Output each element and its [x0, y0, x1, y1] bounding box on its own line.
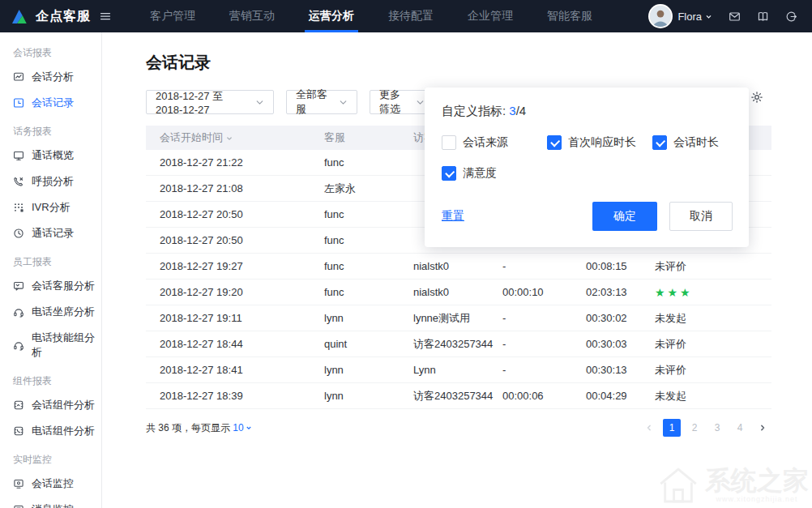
popup-title: 自定义指标: 3/4 — [442, 104, 733, 119]
sidebar-item-label: 会话组件分析 — [32, 398, 95, 412]
checkbox-row: 满意度 — [442, 166, 733, 181]
phone-seat-icon — [13, 306, 24, 318]
cell-visitor: 访客2403257344 — [413, 337, 502, 352]
nav-item-2[interactable]: 运营分析 — [292, 0, 371, 32]
sidebar-item[interactable]: 通话概览 — [0, 143, 101, 169]
page-size-select[interactable]: 10 — [233, 422, 251, 433]
prev-page-button[interactable] — [640, 419, 658, 437]
confirm-button[interactable]: 确定 — [592, 202, 657, 231]
cell-agent: func — [324, 260, 413, 272]
page-button-1[interactable]: 1 — [663, 419, 681, 437]
chat-agent-icon — [13, 280, 24, 292]
cell-duration: 02:03:13 — [586, 286, 655, 298]
cell-first_response: - — [502, 260, 586, 272]
sidebar-item-label: 消息监控 — [32, 502, 74, 508]
sidebar-item[interactable]: 电话组件分析 — [0, 418, 101, 444]
contacts-icon[interactable] — [757, 11, 769, 23]
person-icon — [650, 6, 671, 27]
brand-logo[interactable]: 企点客服 — [0, 8, 91, 25]
table-row: 2018-12-27 19:20funcnialstk000:00:1002:0… — [146, 280, 771, 305]
checkbox-label: 满意度 — [463, 166, 497, 181]
sidebar-item[interactable]: 会话记录 — [0, 90, 101, 116]
cancel-button[interactable]: 取消 — [669, 202, 733, 231]
page-button-3[interactable]: 3 — [708, 419, 726, 437]
sidebar-item[interactable]: 电话坐席分析 — [0, 299, 101, 325]
nav-item-label: 客户管理 — [150, 9, 195, 23]
page-button-2[interactable]: 2 — [686, 419, 703, 437]
chevron-down-icon — [254, 96, 266, 109]
chat-analysis-icon — [13, 71, 24, 83]
chat-monitor-icon — [13, 478, 24, 489]
nav-item-label: 企业管理 — [468, 9, 513, 23]
nav-item-1[interactable]: 营销互动 — [212, 0, 292, 32]
cell-agent: lynn — [324, 390, 413, 402]
date-range-value: 2018-12-27 至 2018-12-27 — [156, 89, 246, 116]
metric-checkbox[interactable]: 会话来源 — [442, 135, 547, 150]
pagination: 1234 — [640, 419, 771, 437]
nav-item-4[interactable]: 企业管理 — [451, 0, 530, 32]
contacts-icon — [757, 11, 769, 23]
qidian-logo-icon — [11, 8, 30, 25]
next-page-button[interactable] — [754, 419, 771, 437]
sidebar-item[interactable]: 消息监控 — [0, 497, 101, 508]
cell-time: 2018-12-27 20:50 — [146, 234, 324, 246]
column-header[interactable]: 会话开始时间 — [146, 130, 324, 145]
sidebar-item[interactable]: 会话客服分析 — [0, 273, 101, 299]
hamburger-icon[interactable] — [99, 10, 112, 23]
table-row: 2018-12-27 18:41lynnLynn-00:30:13未评价 — [146, 357, 771, 383]
sidebar-item[interactable]: 通话记录 — [0, 220, 101, 246]
cell-duration: 00:30:13 — [586, 364, 655, 376]
date-range-select[interactable]: 2018-12-27 至 2018-12-27 — [146, 90, 274, 114]
mail-icon — [729, 11, 741, 23]
chevron-down-icon — [705, 13, 712, 20]
cell-agent: func — [324, 156, 413, 169]
cell-agent: 左家永 — [324, 181, 413, 196]
nav-item-0[interactable]: 客户管理 — [133, 0, 212, 32]
sidebar-item[interactable]: 电话技能组分析 — [0, 325, 101, 365]
nav-item-5[interactable]: 智能客服 — [530, 0, 609, 32]
user-menu[interactable]: Flora — [677, 11, 712, 23]
nav-item-3[interactable]: 接待配置 — [371, 0, 451, 32]
cell-time: 2018-12-27 21:08 — [146, 182, 324, 194]
sidebar-item[interactable]: 会话监控 — [0, 471, 101, 497]
checkbox-label: 会话时长 — [673, 135, 719, 150]
logout-icon — [785, 11, 797, 23]
agent-select[interactable]: 全部客服 — [286, 90, 357, 114]
sidebar-item[interactable]: IVR分析 — [0, 194, 101, 220]
more-filters-label: 更多筛选 — [379, 88, 406, 117]
call-record-icon — [13, 228, 24, 239]
sidebar-item-label: 会话记录 — [32, 96, 74, 110]
mail-icon[interactable] — [729, 11, 741, 23]
nav-menu: 客户管理营销互动运营分析接待配置企业管理智能客服 — [133, 0, 609, 32]
metric-checkbox[interactable]: 首次响应时长 — [547, 135, 652, 150]
user-name: Flora — [677, 11, 702, 23]
cell-visitor: nialstk0 — [413, 286, 502, 298]
cell-time: 2018-12-27 18:41 — [146, 364, 324, 376]
cell-visitor: 访客2403257344 — [413, 389, 502, 403]
gear-icon[interactable] — [750, 91, 763, 104]
reset-link[interactable]: 重置 — [442, 209, 464, 224]
cell-first_response: 00:00:10 — [502, 286, 586, 298]
cell-satisfaction: 未评价 — [655, 363, 771, 378]
page-button-4[interactable]: 4 — [731, 419, 749, 437]
sidebar-item-label: 通话记录 — [32, 226, 74, 241]
chat-record-icon — [13, 97, 24, 109]
sidebar-item[interactable]: 会话组件分析 — [0, 392, 101, 418]
logout-icon[interactable] — [785, 11, 797, 23]
sidebar-item[interactable]: 呼损分析 — [0, 169, 101, 194]
table-row: 2018-12-27 18:39lynn访客240325734400:00:06… — [146, 383, 771, 409]
unchecked-checkbox-icon — [442, 135, 456, 150]
cell-agent: func — [324, 208, 413, 220]
cell-time: 2018-12-27 19:11 — [146, 312, 324, 324]
sidebar-item[interactable]: 会话分析 — [0, 64, 101, 90]
metric-checkbox[interactable]: 满意度 — [442, 166, 497, 181]
avatar[interactable] — [650, 6, 671, 27]
chevron-left-icon — [644, 423, 654, 433]
cell-duration: 00:30:03 — [586, 338, 655, 350]
top-navbar: 企点客服 客户管理营销互动运营分析接待配置企业管理智能客服 Flora — [0, 0, 812, 32]
table-row: 2018-12-27 19:27funcnialstk0-00:08:15未评价 — [146, 254, 771, 280]
cell-time: 2018-12-27 20:50 — [146, 208, 324, 220]
popup-title-text: 自定义指标: — [442, 104, 506, 117]
metric-checkbox[interactable]: 会话时长 — [652, 135, 719, 150]
total-text: 共 36 项，每页显示 — [146, 422, 230, 433]
